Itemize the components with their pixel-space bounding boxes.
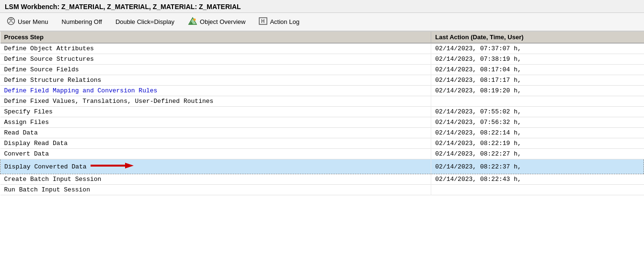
- table-row[interactable]: Read Data02/14/2023, 08:22:14 h,: [0, 128, 644, 138]
- cell-process-step: Define Fixed Values, Translations, User-…: [0, 96, 431, 107]
- svg-text:H: H: [261, 19, 264, 24]
- mountain-icon: [188, 17, 197, 27]
- cell-last-action: 02/14/2023, 08:22:43 h,: [431, 174, 644, 185]
- cell-last-action: 02/14/2023, 07:38:19 h,: [431, 54, 644, 65]
- table-row[interactable]: Define Source Fields02/14/2023, 08:17:04…: [0, 65, 644, 75]
- table-row[interactable]: Specify Files02/14/2023, 07:55:02 h,: [0, 107, 644, 117]
- table-row[interactable]: Assign Files02/14/2023, 07:56:32 h,: [0, 117, 644, 128]
- cell-last-action: 02/14/2023, 08:22:37 h,: [431, 159, 644, 174]
- red-arrow-indicator: [91, 161, 134, 172]
- cell-process-step: Define Field Mapping and Conversion Rule…: [0, 86, 431, 96]
- cell-last-action: 02/14/2023, 08:22:27 h,: [431, 149, 644, 159]
- action-log-button[interactable]: H Action Log: [257, 16, 301, 27]
- table-row[interactable]: Define Field Mapping and Conversion Rule…: [0, 86, 644, 96]
- toolbar: User Menu Numbering Off Double Click=Dis…: [0, 13, 644, 32]
- cell-last-action: [431, 96, 644, 107]
- table-row[interactable]: Define Object Attributes02/14/2023, 07:3…: [0, 43, 644, 54]
- table-row[interactable]: Define Source Structures02/14/2023, 07:3…: [0, 54, 644, 65]
- cell-process-step: Display Converted Data: [0, 159, 431, 174]
- table-row[interactable]: Run Batch Input Session: [0, 185, 644, 195]
- numbering-button[interactable]: Numbering Off: [60, 17, 104, 26]
- user-menu-icon: [7, 17, 15, 27]
- cell-process-step: Create Batch Input Session: [0, 174, 431, 185]
- cell-process-step: Define Structure Relations: [0, 75, 431, 86]
- cell-process-step: Run Batch Input Session: [0, 185, 431, 195]
- double-click-button[interactable]: Double Click=Display: [114, 17, 176, 26]
- cell-process-step: Read Data: [0, 128, 431, 138]
- table-row[interactable]: Display Read Data02/14/2023, 08:22:19 h,: [0, 138, 644, 149]
- cell-last-action: 02/14/2023, 07:55:02 h,: [431, 107, 644, 117]
- cell-last-action: [431, 185, 644, 195]
- svg-marker-9: [125, 163, 134, 168]
- cell-last-action: 02/14/2023, 08:17:04 h,: [431, 65, 644, 75]
- cell-process-step: Assign Files: [0, 117, 431, 128]
- cell-process-step: Define Source Fields: [0, 65, 431, 75]
- cell-last-action: 02/14/2023, 08:17:17 h,: [431, 75, 644, 86]
- cell-process-step: Display Read Data: [0, 138, 431, 149]
- process-steps-table-container: Process Step Last Action (Date, Time, Us…: [0, 32, 644, 195]
- user-menu-label: User Menu: [18, 18, 48, 25]
- table-row[interactable]: Define Structure Relations02/14/2023, 08…: [0, 75, 644, 86]
- user-menu-button[interactable]: User Menu: [5, 16, 50, 28]
- process-steps-table: Process Step Last Action (Date, Time, Us…: [0, 32, 644, 195]
- cell-last-action: 02/14/2023, 08:22:14 h,: [431, 128, 644, 138]
- table-row[interactable]: Convert Data02/14/2023, 08:22:27 h,: [0, 149, 644, 159]
- svg-point-4: [194, 19, 196, 21]
- table-row[interactable]: Display Converted Data 02/14/2023, 08:22…: [0, 159, 644, 174]
- cell-last-action: 02/14/2023, 08:19:20 h,: [431, 86, 644, 96]
- cell-process-step: Convert Data: [0, 149, 431, 159]
- cell-last-action: 02/14/2023, 08:22:19 h,: [431, 138, 644, 149]
- double-click-label: Double Click=Display: [115, 18, 174, 25]
- table-row[interactable]: Define Fixed Values, Translations, User-…: [0, 96, 644, 107]
- cell-last-action: 02/14/2023, 07:56:32 h,: [431, 117, 644, 128]
- object-overview-button[interactable]: Object Overview: [186, 16, 247, 28]
- numbering-label: Numbering Off: [62, 18, 102, 25]
- cell-process-step: Specify Files: [0, 107, 431, 117]
- cell-last-action: 02/14/2023, 07:37:07 h,: [431, 43, 644, 54]
- col-header-step: Process Step: [0, 32, 431, 43]
- cell-process-step: Define Source Structures: [0, 54, 431, 65]
- action-log-icon: H: [259, 17, 267, 26]
- object-overview-label: Object Overview: [200, 18, 245, 25]
- cell-process-step: Define Object Attributes: [0, 43, 431, 54]
- window-title: LSM Workbench: Z_MATERIAL, Z_MATERIAL, Z…: [0, 0, 644, 13]
- table-row[interactable]: Create Batch Input Session02/14/2023, 08…: [0, 174, 644, 185]
- action-log-label: Action Log: [270, 18, 299, 25]
- col-header-action: Last Action (Date, Time, User): [431, 32, 644, 43]
